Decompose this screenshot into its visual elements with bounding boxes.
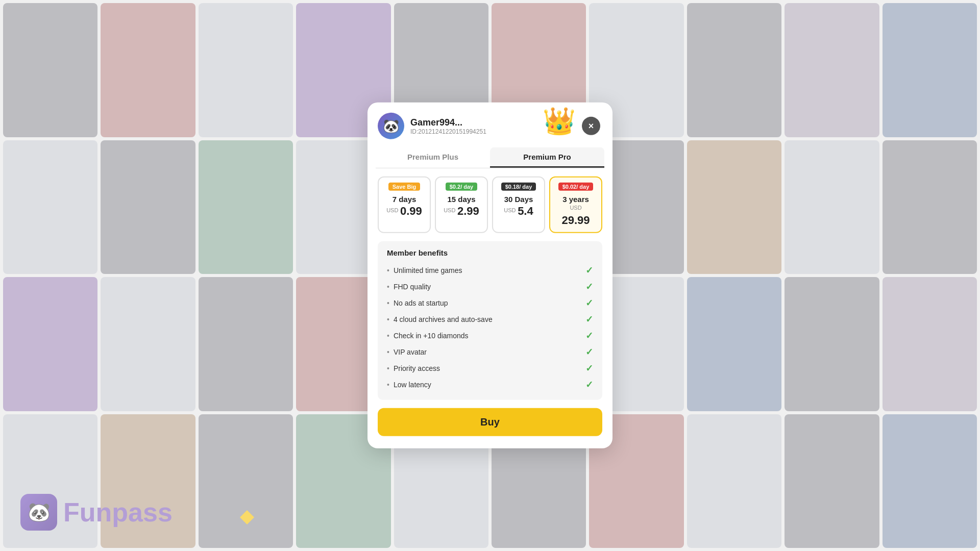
modal-header: 🐼 Gamer994... ID:20121241220151994251 👑 …	[368, 103, 612, 147]
benefit-no-ads: • No ads at startup ✓	[387, 295, 593, 311]
close-button[interactable]: ×	[582, 117, 600, 135]
user-id: ID:20121241220151994251	[410, 128, 486, 135]
user-name: Gamer994...	[410, 117, 486, 128]
duration-3years: 3 years	[555, 195, 596, 204]
price-value-30days: USD 5.4	[498, 205, 539, 218]
benefit-label: No ads at startup	[394, 299, 448, 307]
price-card-30days[interactable]: $0.18/ day 30 Days USD 5.4	[492, 177, 545, 233]
bullet-icon: •	[387, 364, 389, 372]
benefit-label: Priority access	[394, 364, 440, 372]
tab-bar: Premium Plus Premium Pro	[376, 147, 604, 168]
price-value-3years: USD 29.99	[555, 205, 596, 227]
benefit-priority-access: • Priority access ✓	[387, 360, 593, 377]
bullet-icon: •	[387, 348, 389, 356]
check-icon: ✓	[585, 281, 593, 292]
user-info: 🐼 Gamer994... ID:20121241220151994251	[378, 113, 486, 139]
check-icon: ✓	[585, 297, 593, 309]
benefits-section: Member benefits • Unlimited time games ✓…	[378, 241, 602, 400]
bullet-icon: •	[387, 332, 389, 340]
price-card-3years[interactable]: $0.02/ day 3 years USD 29.99	[549, 177, 602, 233]
bullet-icon: •	[387, 381, 389, 389]
price-card-15days[interactable]: $0.2/ day 15 days USD 2.99	[435, 177, 488, 233]
user-details: Gamer994... ID:20121241220151994251	[410, 117, 486, 135]
badge-018day: $0.18/ day	[501, 183, 536, 191]
benefit-label: FHD quality	[394, 283, 431, 291]
benefit-fhd: • FHD quality ✓	[387, 279, 593, 295]
benefit-cloud-archives: • 4 cloud archives and auto-save ✓	[387, 311, 593, 328]
tab-premium-pro[interactable]: Premium Pro	[490, 147, 604, 168]
benefit-checkin-diamonds: • Check in +10 diamonds ✓	[387, 328, 593, 344]
benefits-title: Member benefits	[387, 248, 593, 257]
benefit-label: Unlimited time games	[394, 266, 462, 274]
price-card-7days[interactable]: Save Big 7 days USD 0.99	[378, 177, 431, 233]
benefit-label: Check in +10 diamonds	[394, 332, 469, 340]
check-icon: ✓	[585, 363, 593, 374]
benefit-label: VIP avatar	[394, 348, 427, 356]
badge-save-big: Save Big	[388, 183, 420, 191]
check-icon: ✓	[585, 314, 593, 325]
duration-7days: 7 days	[384, 195, 425, 204]
benefit-vip-avatar: • VIP avatar ✓	[387, 344, 593, 360]
avatar: 🐼	[378, 113, 404, 139]
check-icon: ✓	[585, 346, 593, 358]
bullet-icon: •	[387, 299, 389, 307]
duration-15days: 15 days	[441, 195, 482, 204]
benefit-low-latency: • Low latency ✓	[387, 377, 593, 393]
pricing-row: Save Big 7 days USD 0.99 $0.2/ day 15 da…	[368, 168, 612, 237]
bullet-icon: •	[387, 283, 389, 291]
check-icon: ✓	[585, 330, 593, 341]
tab-premium-plus[interactable]: Premium Plus	[376, 147, 490, 168]
check-icon: ✓	[585, 379, 593, 390]
bullet-icon: •	[387, 266, 389, 274]
benefit-label: Low latency	[394, 381, 431, 389]
benefit-unlimited-games: • Unlimited time games ✓	[387, 262, 593, 279]
benefit-label: 4 cloud archives and auto-save	[394, 315, 493, 323]
duration-30days: 30 Days	[498, 195, 539, 204]
bullet-icon: •	[387, 315, 389, 323]
buy-button[interactable]: Buy	[378, 408, 602, 436]
check-icon: ✓	[585, 265, 593, 276]
badge-002day: $0.02/ day	[558, 183, 594, 191]
crown-icon: 👑	[543, 108, 576, 134]
badge-02day: $0.2/ day	[446, 183, 477, 191]
price-value-7days: USD 0.99	[384, 205, 425, 218]
subscription-modal: 🐼 Gamer994... ID:20121241220151994251 👑 …	[368, 103, 612, 448]
price-value-15days: USD 2.99	[441, 205, 482, 218]
